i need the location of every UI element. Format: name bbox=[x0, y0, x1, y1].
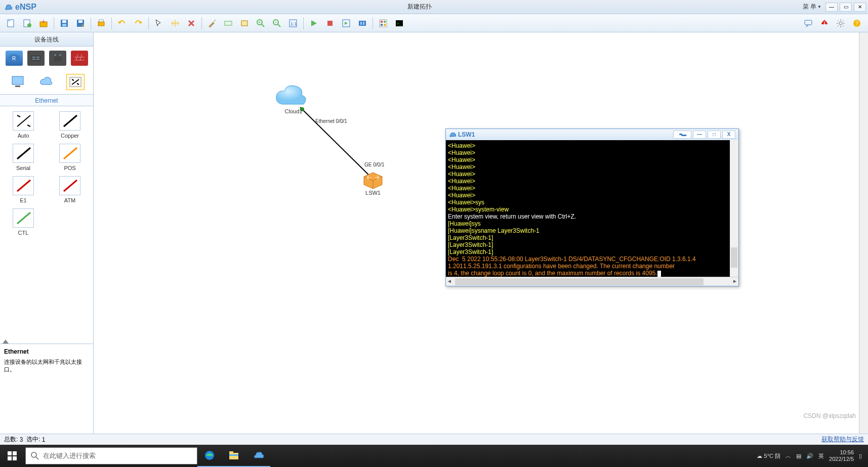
tray-notifications-icon[interactable]: ▯ bbox=[859, 453, 862, 459]
task-explorer[interactable] bbox=[222, 445, 246, 467]
topology-canvas[interactable]: Cloud1 LSW1 Ethernet 0/0/1 GE 0/0/1 LSW1… bbox=[94, 32, 868, 445]
startall-icon[interactable] bbox=[340, 17, 353, 30]
help-icon[interactable]: ? bbox=[850, 17, 863, 30]
cable-atm[interactable]: ATM bbox=[52, 176, 88, 203]
switch-node[interactable]: LSW1 bbox=[362, 172, 384, 196]
capture-icon[interactable] bbox=[356, 17, 369, 30]
taskbar-search[interactable]: 在此键入进行搜索 bbox=[25, 447, 197, 464]
search-placeholder: 在此键入进行搜索 bbox=[43, 451, 96, 460]
broom-icon[interactable] bbox=[205, 17, 219, 30]
svg-rect-66 bbox=[229, 454, 238, 456]
pc-device-icon[interactable] bbox=[9, 74, 27, 90]
connection-device-icon[interactable] bbox=[66, 74, 85, 90]
term-vscroll[interactable] bbox=[730, 140, 738, 277]
pan-icon[interactable] bbox=[169, 17, 182, 30]
maximize-button[interactable]: ▭ bbox=[840, 3, 852, 12]
svg-rect-60 bbox=[13, 456, 17, 460]
device-category-row: R bbox=[0, 47, 93, 70]
zoomin-icon[interactable] bbox=[254, 17, 267, 30]
terminal-titlebar[interactable]: LSW1 •••▬ — □ X bbox=[446, 129, 738, 140]
start-button[interactable] bbox=[0, 445, 24, 467]
print-icon[interactable] bbox=[95, 17, 108, 30]
selected-label: 选中: bbox=[26, 435, 40, 444]
fit-icon[interactable]: 1:1 bbox=[286, 17, 300, 30]
start-icon[interactable] bbox=[307, 17, 320, 30]
terminal-output[interactable]: <Huawei><Huawei><Huawei><Huawei><Huawei>… bbox=[446, 140, 738, 277]
redo-icon[interactable] bbox=[132, 17, 145, 30]
cable-ctl[interactable]: CTL bbox=[5, 208, 42, 236]
canvas-vscroll[interactable] bbox=[859, 32, 868, 436]
task-ensp[interactable] bbox=[246, 445, 270, 467]
svg-rect-10 bbox=[98, 22, 104, 26]
tray-clock[interactable]: 10:56 2022/12/5 bbox=[829, 449, 854, 462]
select-icon[interactable] bbox=[152, 17, 166, 30]
svg-point-37 bbox=[839, 22, 842, 25]
note-icon[interactable] bbox=[222, 17, 235, 30]
delete-icon[interactable] bbox=[185, 17, 198, 30]
saveas-icon[interactable] bbox=[74, 17, 87, 30]
cable-serial[interactable]: Serial bbox=[5, 144, 42, 171]
cloud-label: Cloud1 bbox=[273, 108, 314, 114]
cable-pos[interactable]: POS bbox=[52, 144, 88, 171]
main-toolbar: 1:1 >_ ? bbox=[0, 14, 868, 32]
rect-icon[interactable] bbox=[238, 17, 251, 30]
svg-rect-42 bbox=[31, 55, 41, 61]
term-min-button[interactable]: — bbox=[693, 131, 706, 139]
close-button[interactable]: ✕ bbox=[854, 3, 866, 12]
stop-icon[interactable] bbox=[323, 17, 337, 30]
cable-copper[interactable]: Copper bbox=[52, 111, 88, 139]
cli-icon[interactable]: >_ bbox=[393, 17, 406, 30]
cable-e1[interactable]: E1 bbox=[5, 176, 42, 203]
svg-text:?: ? bbox=[855, 20, 858, 26]
cloud-node[interactable]: Cloud1 bbox=[273, 83, 314, 114]
svg-rect-1 bbox=[8, 20, 10, 21]
zoomout-icon[interactable] bbox=[270, 17, 283, 30]
minimize-button[interactable]: — bbox=[825, 3, 838, 12]
svg-text:1:1: 1:1 bbox=[291, 21, 297, 26]
svg-rect-7 bbox=[62, 24, 66, 26]
desc-text: 连接设备的以太网和千兆以太接口。 bbox=[4, 358, 89, 373]
svg-rect-9 bbox=[78, 20, 82, 23]
firewall-category[interactable] bbox=[71, 51, 88, 66]
tray-ime[interactable]: 英 bbox=[818, 452, 824, 460]
svg-rect-46 bbox=[15, 86, 20, 87]
svg-line-16 bbox=[262, 24, 264, 27]
svg-rect-36 bbox=[805, 20, 812, 25]
import-icon[interactable] bbox=[37, 17, 50, 30]
open-icon[interactable] bbox=[21, 17, 34, 30]
tray-chevron-icon[interactable]: ︿ bbox=[786, 452, 791, 460]
svg-rect-28 bbox=[363, 22, 364, 25]
task-edge[interactable] bbox=[197, 445, 222, 467]
title-bar: eNSP 新建拓扑 菜 单▼ — ▭ ✕ bbox=[0, 0, 868, 14]
svg-line-53 bbox=[17, 213, 30, 224]
tray-volume-icon[interactable]: 🔊 bbox=[806, 453, 813, 459]
settings-icon[interactable] bbox=[834, 17, 847, 30]
total-label: 总数: bbox=[4, 435, 18, 444]
huawei-icon[interactable] bbox=[818, 17, 831, 30]
svg-point-61 bbox=[31, 452, 36, 457]
selected-value: 1 bbox=[42, 436, 46, 443]
term-close-button[interactable]: X bbox=[722, 131, 735, 139]
palette-icon[interactable] bbox=[377, 17, 390, 30]
tray-network-icon[interactable]: ▤ bbox=[796, 453, 801, 459]
menu-button[interactable]: 菜 单▼ bbox=[803, 3, 821, 11]
new-icon[interactable] bbox=[5, 17, 18, 30]
help-link[interactable]: 获取帮助与反馈 bbox=[821, 435, 864, 444]
undo-icon[interactable] bbox=[115, 17, 129, 30]
term-opts-button[interactable]: •••▬ bbox=[673, 131, 691, 139]
router-category[interactable]: R bbox=[6, 51, 23, 66]
svg-line-12 bbox=[214, 20, 216, 22]
weather-widget[interactable]: ☁ 5°C 阴 bbox=[757, 452, 780, 460]
term-max-button[interactable]: □ bbox=[708, 131, 721, 139]
cloud-device-icon[interactable] bbox=[37, 74, 56, 90]
chat-icon[interactable] bbox=[802, 17, 815, 30]
cable-auto[interactable]: Auto bbox=[5, 111, 42, 139]
svg-text:R: R bbox=[12, 56, 16, 61]
term-hscroll[interactable]: ◄ ► bbox=[446, 277, 738, 286]
wlan-category[interactable] bbox=[49, 51, 66, 66]
svg-line-62 bbox=[36, 457, 38, 459]
switch-category[interactable] bbox=[27, 51, 45, 66]
save-icon[interactable] bbox=[58, 17, 71, 30]
terminal-window[interactable]: LSW1 •••▬ — □ X <Huawei><Huawei><Huawei>… bbox=[445, 129, 739, 286]
svg-rect-43 bbox=[54, 56, 61, 61]
